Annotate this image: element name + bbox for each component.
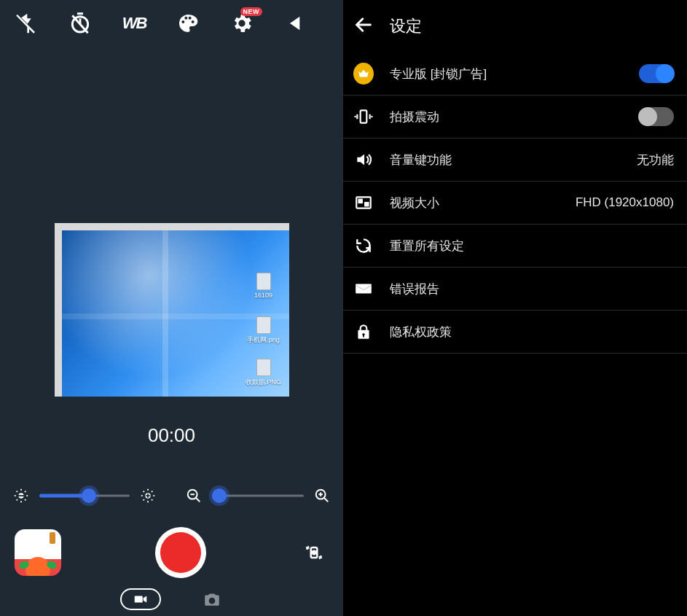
setting-label: 拍摄震动 — [390, 109, 439, 125]
setting-pro[interactable]: 专业版 [封锁广告] — [343, 52, 687, 95]
aspect-ratio-icon — [353, 192, 374, 213]
svg-rect-39 — [365, 203, 368, 206]
new-badge: NEW — [240, 7, 263, 16]
camera-toolbar: WB NEW — [0, 0, 343, 44]
gallery-thumbnail[interactable] — [15, 529, 61, 576]
svg-line-17 — [144, 491, 144, 492]
svg-line-24 — [196, 498, 200, 502]
palette-icon[interactable] — [175, 10, 201, 36]
brightness-slider[interactable] — [39, 488, 130, 503]
svg-line-7 — [17, 491, 17, 492]
settings-header: 设定 — [343, 0, 687, 52]
brightness-down-icon[interactable] — [13, 488, 29, 504]
svg-line-20 — [152, 491, 152, 492]
settings-list: 专业版 [封锁广告] 拍摄震动 音量键功能 无功能 视频大小 — [343, 52, 687, 354]
record-inner-icon — [160, 532, 201, 573]
setting-label: 重置所有设定 — [390, 238, 464, 254]
sliders-row — [0, 461, 343, 504]
bottom-controls — [0, 504, 343, 578]
svg-rect-38 — [359, 200, 362, 203]
setting-volume-key[interactable]: 音量键功能 无功能 — [343, 139, 687, 182]
timer-off-icon[interactable] — [67, 10, 93, 36]
setting-reset[interactable]: 重置所有设定 — [343, 225, 687, 268]
setting-label: 专业版 [封锁广告] — [390, 66, 487, 82]
collapse-icon[interactable] — [283, 10, 309, 36]
reset-icon — [353, 235, 374, 256]
record-button[interactable] — [155, 527, 206, 578]
desktop-icon: 16109 — [246, 273, 282, 299]
setting-privacy[interactable]: 隐私权政策 — [343, 311, 687, 354]
svg-point-31 — [313, 551, 315, 554]
vibrate-icon — [353, 106, 374, 127]
crown-icon — [353, 63, 374, 85]
settings-pane: 设定 专业版 [封锁广告] 拍摄震动 音量键功能 无功能 — [343, 0, 687, 616]
flash-off-icon[interactable] — [13, 10, 39, 36]
recording-timer: 00:00 — [148, 424, 195, 447]
back-button[interactable] — [353, 15, 374, 38]
svg-line-18 — [152, 499, 152, 500]
settings-title: 设定 — [390, 15, 422, 37]
desktop-icon: 手机网.png — [246, 316, 282, 345]
viewfinder[interactable]: 16109 手机网.png 收款肌.PNG — [55, 223, 289, 397]
setting-vibrate[interactable]: 拍摄震动 — [343, 95, 687, 139]
setting-video-size[interactable]: 视频大小 FHD (1920x1080) — [343, 182, 687, 225]
zoom-in-icon[interactable] — [314, 488, 330, 504]
switch-camera-button[interactable] — [299, 538, 329, 567]
setting-value: FHD (1920x1080) — [576, 195, 674, 210]
white-balance-icon[interactable]: WB — [121, 10, 147, 36]
svg-line-10 — [25, 491, 25, 492]
wb-label: WB — [122, 14, 146, 33]
video-mode-button[interactable] — [120, 588, 161, 610]
camera-pane: WB NEW 16109 手机网.png 收款肌.PNG 00:00 — [0, 0, 343, 616]
desktop-icon: 收款肌.PNG — [246, 359, 282, 387]
photo-mode-button[interactable] — [202, 590, 224, 609]
svg-line-27 — [324, 498, 329, 502]
mode-row — [0, 578, 343, 616]
setting-label: 视频大小 — [390, 195, 439, 211]
svg-line-9 — [17, 499, 17, 500]
lock-icon — [353, 321, 374, 342]
setting-bug-report[interactable]: 错误报告 — [343, 268, 687, 311]
svg-line-8 — [25, 499, 25, 500]
zoom-out-icon[interactable] — [186, 488, 202, 504]
brightness-up-icon[interactable] — [140, 488, 156, 504]
setting-label: 错误报告 — [390, 281, 439, 297]
svg-line-19 — [144, 499, 144, 500]
setting-label: 音量键功能 — [390, 152, 452, 168]
mail-icon — [353, 278, 374, 299]
setting-value: 无功能 — [637, 152, 674, 168]
settings-icon[interactable]: NEW — [229, 10, 255, 36]
zoom-slider[interactable] — [212, 488, 304, 503]
svg-rect-32 — [361, 110, 367, 122]
vibrate-toggle[interactable] — [639, 107, 674, 126]
setting-label: 隐私权政策 — [390, 324, 452, 340]
viewfinder-area: 16109 手机网.png 收款肌.PNG 00:00 — [0, 44, 343, 461]
volume-icon — [353, 149, 374, 170]
pro-toggle[interactable] — [639, 64, 674, 83]
